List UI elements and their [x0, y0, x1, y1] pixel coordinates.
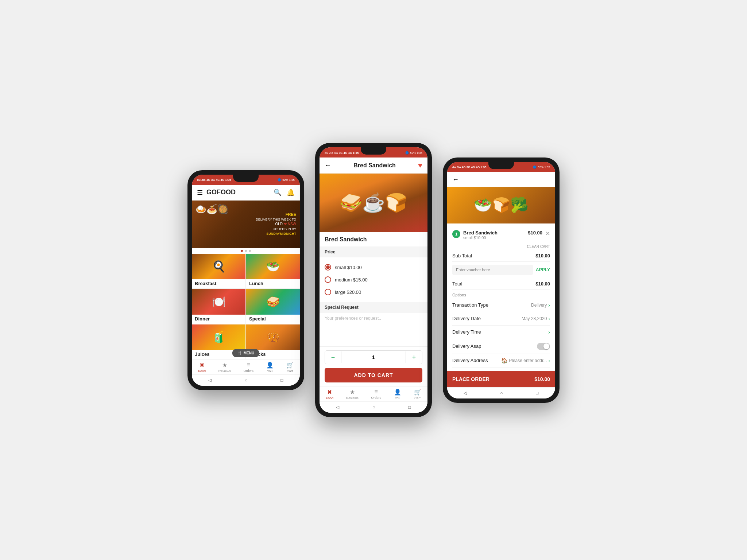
delivery-time-row[interactable]: Delivery Time › [452, 326, 550, 339]
nav-reviews-2[interactable]: ★ Reviews [346, 389, 359, 400]
nav-food[interactable]: ✖ Food [198, 362, 206, 373]
nav-cart-label-2: Cart [414, 396, 421, 400]
nav-orders[interactable]: ≡ Orders [243, 362, 253, 373]
category-breakfast[interactable]: 🍳 Breakfast [192, 254, 245, 288]
transaction-type-value-area: Delivery › [531, 302, 550, 308]
option-large[interactable]: large $20.00 [325, 286, 422, 298]
delivery-time-label: Delivery Time [452, 329, 481, 335]
quantity-display: 1 [341, 351, 406, 363]
subtotal-label: Sub Total [452, 253, 472, 258]
transaction-type-chevron: › [548, 302, 550, 308]
back-icon-2[interactable]: ← [325, 162, 331, 169]
product-hero-image: 🥪☕🍞 [320, 174, 427, 232]
voucher-row: APPLY [452, 262, 550, 278]
place-order-label: PLACE ORDER [452, 376, 489, 382]
banner-delivery-text: DELIVERY THIS WEEK TO [256, 217, 296, 222]
total-value: $10.00 [535, 281, 550, 287]
place-order-button[interactable]: PLACE ORDER $10.00 [447, 371, 555, 387]
minus-button[interactable]: − [325, 351, 341, 364]
category-special[interactable]: 🥪 Special [246, 289, 300, 324]
transaction-type-label: Transaction Type [452, 302, 488, 308]
voucher-input[interactable] [452, 265, 533, 275]
cart-item-info: Bred Sandwich small $10.00 [463, 230, 525, 240]
nav-you[interactable]: 👤 You [266, 362, 274, 373]
recents-btn-3[interactable]: □ [536, 390, 538, 396]
delivery-date-row[interactable]: Delivery Date May 28,2020 › [452, 312, 550, 326]
nav-cart[interactable]: 🛒 Cart [286, 362, 294, 373]
search-icon[interactable]: 🔍 [274, 188, 282, 197]
category-lunch[interactable]: 🥗 Lunch [246, 254, 300, 288]
carousel-dots [192, 248, 300, 254]
back-btn-1[interactable]: ◁ [208, 378, 212, 383]
recents-btn-2[interactable]: □ [408, 405, 411, 410]
subtotal-value: $10.00 [535, 253, 550, 258]
quantity-row: − 1 + [325, 350, 422, 364]
delivery-address-row[interactable]: Delivery Address 🏠 Please enter addr... … [452, 354, 550, 368]
reviews-icon-2: ★ [350, 389, 355, 396]
add-to-cart-button[interactable]: ADD TO CART [325, 368, 422, 382]
radio-medium[interactable] [325, 276, 331, 283]
carousel-dot-3[interactable] [249, 250, 251, 252]
nav-reviews[interactable]: ★ Reviews [218, 362, 231, 373]
nav-food-label: Food [198, 369, 206, 373]
radio-large[interactable] [325, 289, 331, 295]
carousel-dot-1[interactable] [241, 250, 243, 252]
plus-button[interactable]: + [406, 351, 422, 364]
delivery-time-value-area: › [548, 329, 550, 335]
carousel-dot-2[interactable] [245, 250, 247, 252]
home-btn-2[interactable]: ○ [372, 405, 375, 410]
product-detail: Bred Sandwich Price small $10.00 medium … [320, 232, 427, 346]
nav-cart-label: Cart [287, 369, 293, 373]
menu-fab[interactable]: 🍴 MENU [232, 349, 259, 357]
product-name: Bred Sandwich [325, 236, 422, 243]
hamburger-icon[interactable]: ☰ [197, 188, 203, 197]
android-nav-1: ◁ ○ □ [192, 374, 300, 386]
nav-you-label-2: You [395, 396, 400, 400]
qty-add-section: − 1 + ADD TO CART [320, 346, 427, 386]
nav-you-2[interactable]: 👤 You [394, 389, 401, 400]
special-label: Special [246, 315, 300, 324]
cart-item-name: Bred Sandwich [463, 230, 525, 236]
remove-item-button[interactable]: ✕ [545, 230, 550, 237]
price-section-header: Price [320, 246, 427, 257]
nav-reviews-label: Reviews [218, 369, 231, 373]
banner-state-text: OLD ❤ NSW [256, 222, 296, 227]
status-right-1: 🔵 52% 1:35 [278, 178, 295, 182]
nav-orders-label: Orders [243, 369, 253, 373]
delivery-asap-toggle[interactable] [537, 343, 550, 350]
radio-small[interactable] [325, 264, 331, 271]
reviews-icon: ★ [222, 362, 227, 369]
option-small[interactable]: small $10.00 [325, 261, 422, 273]
bell-icon[interactable]: 🔔 [287, 188, 295, 197]
recents-btn-1[interactable]: □ [280, 378, 283, 383]
delivery-asap-row: Delivery Asap [452, 339, 550, 354]
delivery-date-chevron: › [548, 316, 550, 322]
apply-voucher-button[interactable]: APPLY [536, 267, 550, 272]
cart-hero-image: 🥗🍞🥦 [447, 187, 555, 223]
option-small-label: small $10.00 [335, 265, 362, 270]
nav-reviews-label-2: Reviews [346, 396, 359, 400]
status-left-3: du Jio 4G 3G 4G 4G 1:35 [452, 166, 486, 169]
bottom-navigation-2: ✖ Food ★ Reviews ≡ Orders 👤 You 🛒 Cart [320, 386, 427, 401]
nav-orders-2[interactable]: ≡ Orders [371, 389, 381, 400]
back-icon-3[interactable]: ← [452, 176, 459, 183]
home-btn-3[interactable]: ○ [500, 390, 503, 396]
cart-icon-2: 🛒 [414, 389, 421, 396]
option-large-label: large $20.00 [335, 289, 361, 295]
banner-orders-text: ORDERS IN BY [256, 227, 296, 232]
special-request-header: Special Request [320, 302, 427, 313]
transaction-type-row[interactable]: Transaction Type Delivery › [452, 299, 550, 312]
back-btn-3[interactable]: ◁ [464, 390, 467, 396]
option-medium-label: medium $15.00 [335, 277, 368, 283]
nav-cart-2[interactable]: 🛒 Cart [414, 389, 421, 400]
back-btn-2[interactable]: ◁ [336, 405, 339, 410]
nav-food-2[interactable]: ✖ Food [326, 389, 333, 400]
option-medium[interactable]: medium $15.00 [325, 273, 422, 286]
home-btn-1[interactable]: ○ [245, 378, 247, 383]
clear-cart-button[interactable]: CLEAR CART [527, 245, 550, 249]
category-dinner[interactable]: 🍽️ Dinner [192, 289, 245, 324]
nav-food-label-2: Food [326, 396, 333, 400]
product-page-title: Bred Sandwich [353, 162, 396, 169]
cart-item-row: 1 Bred Sandwich small $10.00 $10.00 ✕ [452, 227, 550, 243]
heart-icon[interactable]: ♥ [418, 161, 422, 170]
